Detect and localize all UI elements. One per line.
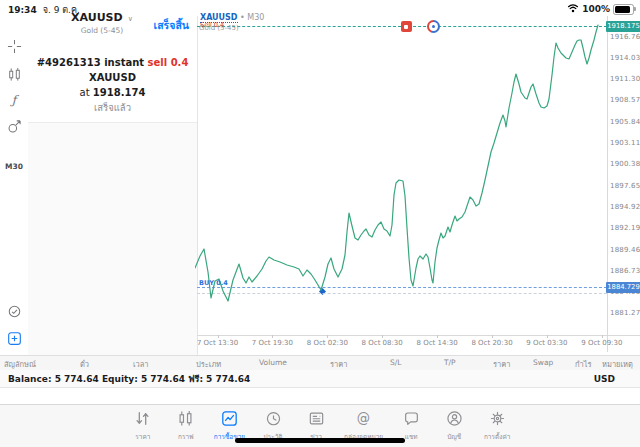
result-status: เสร็จแล้ว [30, 100, 195, 115]
tab-settings-gear[interactable]: การตั้งค่า [482, 410, 512, 442]
current-price-tag: 1918.175 [606, 21, 640, 32]
x-axis-tick: 8 Oct 08:30 [362, 339, 403, 347]
y-axis-tick: 1900.380 [610, 160, 640, 168]
y-axis-tick: 1897.650 [610, 182, 640, 190]
y-axis[interactable]: 1918.175 1884.729 1916.7601914.0301911.3… [607, 0, 640, 355]
timeframe-button[interactable]: M30 [4, 162, 24, 171]
tab-label: ราคา [135, 432, 150, 442]
battery-percent: 100% [582, 4, 610, 14]
calendar-event-icon[interactable] [401, 21, 412, 32]
x-axis-tickmark [327, 335, 328, 338]
y-axis-tick: 1889.460 [610, 246, 640, 254]
y-axis-tick: 1911.300 [610, 75, 640, 83]
svg-text:@: @ [357, 411, 370, 426]
x-axis-tick: 7 Oct 13:30 [197, 339, 238, 347]
x-axis-tickmark [602, 335, 603, 338]
positions-table-header: สัญลักษณ์ตั๋วเวลาประเภทVolumeราคาS/LT/Pร… [0, 355, 640, 371]
tab-label: กราฟ [178, 432, 194, 442]
x-axis-tickmark [492, 335, 493, 338]
y-axis-tick: 1903.110 [610, 139, 640, 147]
y-axis-tick: 1914.030 [610, 54, 640, 62]
mailbox-at-icon: @ [355, 410, 372, 431]
x-axis-tick: 9 Oct 03:30 [526, 339, 567, 347]
trade-result-message: #49261313 instant sell 0.4 XAUUSD at 191… [30, 55, 195, 115]
account-person-icon [446, 410, 463, 431]
tab-arrows-updown[interactable]: ราคา [128, 410, 158, 442]
price-chart[interactable] [195, 14, 607, 335]
app-root: { "status_bar": {"time": "19:34", "date"… [0, 0, 640, 447]
result-price: 1918.174 [93, 87, 146, 98]
chat-bubble-icon [403, 410, 420, 431]
chart-title-separator: • [240, 13, 245, 22]
tab-candlestick[interactable]: กราฟ [171, 410, 201, 442]
x-axis-tick: 8 Oct 14:30 [417, 339, 458, 347]
circle-check-icon[interactable] [6, 303, 22, 319]
x-axis-tickmark [218, 335, 219, 338]
chart-description: Gold (5-45) [199, 24, 239, 32]
x-axis[interactable]: 7 Oct 13:307 Oct 19:308 Oct 02:308 Oct 0… [0, 335, 640, 353]
objects-shapes-icon[interactable] [6, 118, 22, 134]
tab-label: บัญชี [447, 432, 461, 442]
account-summary: Balance: 5 774.64 Equity: 5 774.64 ฟรี: … [8, 372, 250, 386]
indicators-fx-icon[interactable]: ƒ [6, 92, 22, 108]
result-side: sell 0.4 [148, 57, 189, 68]
table-header-4: Volume [259, 358, 287, 367]
chart-toolbar: ƒ M30 [0, 16, 29, 355]
chart-title[interactable]: XAUUSD • M30 [200, 13, 264, 22]
account-currency: USD [594, 374, 615, 384]
price-polyline [195, 25, 598, 301]
y-axis-tick: 1881.270 [610, 309, 640, 317]
table-header-6: S/L [390, 358, 401, 367]
tab-account-person[interactable]: บัญชี [439, 410, 469, 442]
trade-chart-icon [221, 410, 238, 431]
table-header-9: Swap [533, 358, 553, 367]
done-button[interactable]: เสร็จสิ้น [154, 17, 189, 34]
x-axis-tickmark [382, 335, 383, 338]
x-axis-tickmark [547, 335, 548, 338]
result-ticket: #49261313 instant [37, 57, 144, 68]
x-axis-tick: 8 Oct 02:30 [307, 339, 348, 347]
candlestick-icon [177, 410, 194, 431]
y-axis-tick: 1905.840 [610, 118, 640, 126]
x-axis-tick: 8 Oct 20:30 [471, 339, 512, 347]
candlestick-tool-icon[interactable] [6, 66, 22, 82]
arrows-updown-icon [134, 410, 151, 431]
settings-gear-icon [489, 410, 506, 431]
table-header-1: ตั๋ว [80, 358, 89, 370]
buy-price-tag: 1884.729 [606, 282, 640, 293]
x-axis-tick: 7 Oct 19:30 [252, 339, 293, 347]
crosshair-icon[interactable] [6, 38, 22, 54]
table-header-7: T/P [444, 358, 456, 367]
news-icon [308, 410, 325, 431]
tab-label: แชท [405, 432, 418, 442]
chart-symbol: XAUUSD [200, 13, 238, 23]
result-symbol: XAUUSD [89, 72, 136, 83]
x-axis-tickmark [437, 335, 438, 338]
table-header-5: ราคา [330, 358, 347, 370]
y-axis-tick: 1894.920 [610, 203, 640, 211]
trade-panel-body [28, 122, 197, 356]
pie-event-icon[interactable] [427, 20, 440, 33]
y-axis-tick: 1908.570 [610, 96, 640, 104]
table-header-11: หมายเหตุ [602, 358, 633, 370]
result-at: at [80, 87, 90, 98]
home-indicator[interactable] [235, 438, 405, 443]
x-axis-tickmark [272, 335, 273, 338]
buy-position-label: BUY 0.4 [199, 279, 228, 287]
table-header-0: สัญลักษณ์ [4, 358, 36, 370]
tab-label: การตั้งค่า [484, 432, 510, 442]
y-axis-tick: 1892.190 [610, 224, 640, 232]
table-header-10: กำไร [575, 358, 592, 370]
account-summary-bar: Balance: 5 774.64 Equity: 5 774.64 ฟรี: … [0, 370, 640, 388]
chevron-down-icon: ∨ [128, 15, 133, 23]
history-clock-icon [265, 410, 282, 431]
x-axis-tick: 9 Oct 09:30 [581, 339, 622, 347]
chart-timeframe: M30 [247, 13, 264, 22]
y-axis-tick: 1886.730 [610, 267, 640, 275]
y-axis-tick: 1916.760 [610, 33, 640, 41]
table-header-8: ราคา [493, 358, 510, 370]
table-header-3: ประเภท [196, 358, 221, 370]
symbol-name: XAUUSD [71, 11, 123, 24]
table-header-2: เวลา [133, 358, 149, 370]
